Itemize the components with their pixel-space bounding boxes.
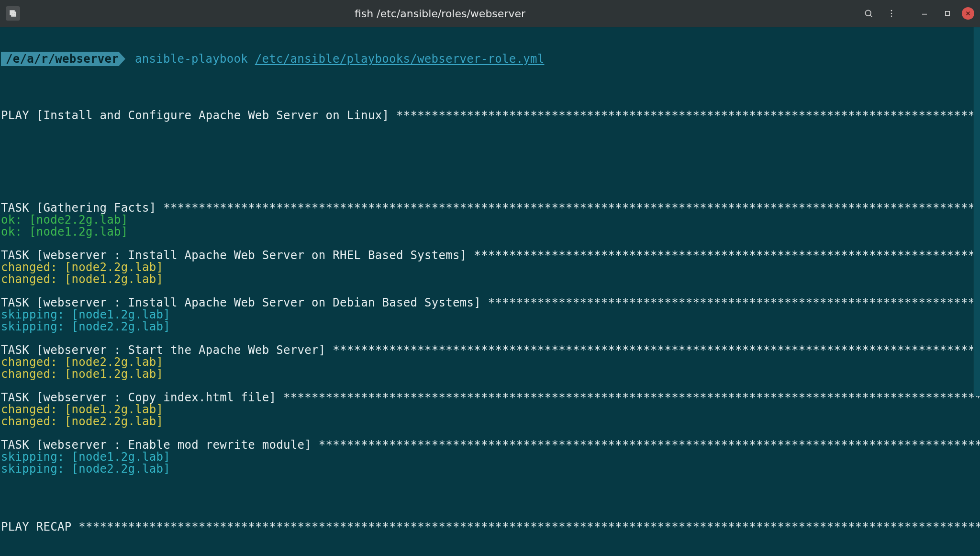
task-result-line: changed: [node1.2g.lab] — [1, 368, 980, 380]
svg-rect-6 — [946, 11, 949, 15]
maximize-button[interactable] — [939, 5, 956, 22]
titlebar-separator — [908, 7, 908, 20]
task-result-line: changed: [node2.2g.lab] — [1, 356, 980, 368]
search-icon[interactable] — [860, 5, 877, 22]
prompt-command: ansible-playbook /etc/ansible/playbooks/… — [125, 53, 544, 65]
task-result-line: skipping: [node2.2g.lab] — [1, 463, 980, 475]
menu-icon[interactable] — [883, 5, 900, 22]
task-result-line: skipping: [node2.2g.lab] — [1, 321, 980, 333]
prompt-cwd: /e/a/r/webserver — [1, 52, 125, 66]
svg-point-4 — [891, 16, 892, 17]
prompt-line: /e/a/r/webserver ansible-playbook /etc/a… — [1, 51, 980, 67]
task-header: TASK [Gathering Facts] *****************… — [1, 202, 980, 214]
window-title: fish /etc/ansible/roles/webserver — [355, 8, 525, 20]
task-result-line: changed: [node1.2g.lab] — [1, 404, 980, 416]
play-recap-header: PLAY RECAP *****************************… — [1, 521, 980, 533]
task-header: TASK [webserver : Install Apache Web Ser… — [1, 250, 980, 261]
task-header: TASK [webserver : Enable mod_rewrite mod… — [1, 439, 980, 451]
window-titlebar: fish /etc/ansible/roles/webserver — [0, 0, 980, 27]
task-result-line: ok: [node1.2g.lab] — [1, 226, 980, 238]
play-header: PLAY [Install and Configure Apache Web S… — [1, 110, 980, 122]
task-header: TASK [webserver : Copy index.html file] … — [1, 392, 980, 404]
svg-point-0 — [865, 10, 871, 16]
task-result-line: skipping: [node1.2g.lab] — [1, 309, 980, 321]
task-header: TASK [webserver : Install Apache Web Ser… — [1, 297, 980, 309]
task-result-line: changed: [node2.2g.lab] — [1, 416, 980, 428]
task-result-line: changed: [node1.2g.lab] — [1, 273, 980, 285]
close-button[interactable] — [962, 7, 974, 20]
scrollbar[interactable] — [973, 27, 980, 396]
minimize-button[interactable] — [916, 5, 933, 22]
task-result-line: skipping: [node1.2g.lab] — [1, 451, 980, 463]
task-result-line: ok: [node2.2g.lab] — [1, 214, 980, 226]
task-header: TASK [webserver : Start the Apache Web S… — [1, 344, 980, 356]
task-result-line: changed: [node2.2g.lab] — [1, 261, 980, 273]
svg-line-1 — [870, 15, 872, 17]
svg-point-3 — [891, 13, 892, 14]
terminal-output[interactable]: /e/a/r/webserver ansible-playbook /etc/a… — [0, 27, 980, 556]
svg-point-2 — [891, 10, 892, 11]
new-tab-button[interactable] — [6, 6, 20, 21]
